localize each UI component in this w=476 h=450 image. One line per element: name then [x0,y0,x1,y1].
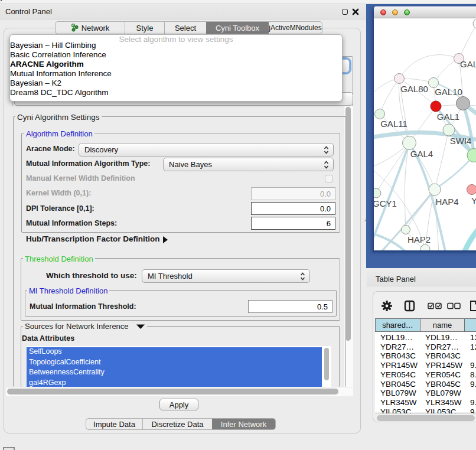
svg-text:HAP4: HAP4 [435,197,458,207]
svg-text:HAP2: HAP2 [407,234,431,244]
svg-text:GCY1: GCY1 [374,198,397,208]
svg-text:GAL: GAL [460,59,476,69]
svg-text:Y: Y [471,195,476,206]
svg-text:GAL10: GAL10 [435,87,462,97]
svg-text:GAL80: GAL80 [400,84,428,94]
svg-text:SWI4: SWI4 [450,136,472,146]
svg-text:GAL1: GAL1 [437,112,459,122]
svg-text:GAL4: GAL4 [410,149,433,159]
svg-text:GAL11: GAL11 [380,119,407,129]
